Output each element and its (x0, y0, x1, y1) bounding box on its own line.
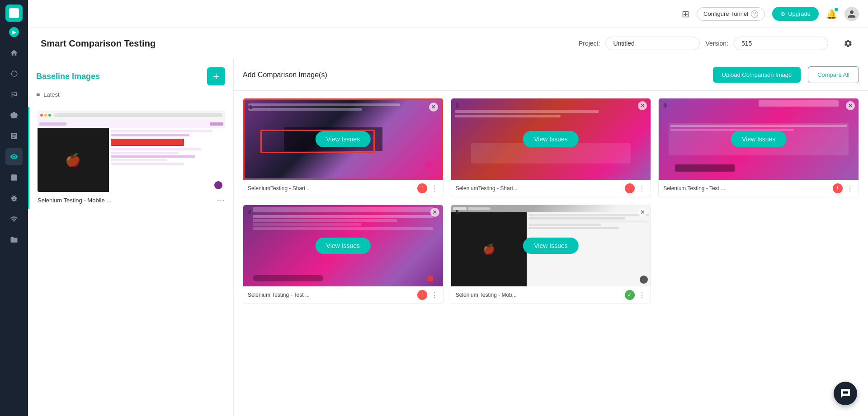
card-2-num: 2 (456, 102, 459, 109)
comparison-card-1: 1 × View Issues (243, 98, 443, 197)
comparison-thumb-4[interactable]: 4 × (243, 205, 443, 286)
sidebar-item-files[interactable] (5, 231, 23, 248)
left-panel-header: Baseline Images + (28, 59, 233, 91)
view-issues-btn-4[interactable]: View Issues (316, 238, 371, 254)
card-4-num: 4 (248, 209, 251, 215)
view-issues-btn-3[interactable]: View Issues (731, 131, 786, 147)
card-3-num: 3 (663, 102, 666, 109)
sidebar-item-logs[interactable] (5, 127, 23, 145)
right-panel: Add Comparison Image(s) Upload Compariso… (234, 59, 868, 416)
logo-inner (9, 8, 19, 18)
card-2-name: SeleniumTesting - Shari... (456, 185, 622, 192)
card-2-status: ! (625, 183, 635, 193)
sidebar-item-bugs[interactable] (5, 190, 23, 207)
card-5-status: ✓ (625, 290, 635, 300)
view-issues-btn-1[interactable]: View Issues (316, 131, 371, 147)
sidebar: ▶ (0, 0, 28, 416)
filter-label: Latest (43, 91, 59, 98)
filter-icon: ≡ (36, 91, 40, 98)
card-2-more[interactable]: ⋮ (638, 184, 646, 193)
comparison-thumb-2[interactable]: 2 × View Issues (451, 98, 651, 180)
chat-button[interactable] (834, 382, 857, 405)
card-1-name: SeleniumTesting - Shari... (248, 185, 414, 192)
version-input[interactable] (734, 37, 828, 50)
card-1-footer: SeleniumTesting - Shari... ! ⋮ (243, 180, 443, 197)
settings-icon[interactable] (841, 36, 855, 51)
panels: Baseline Images + ≡ Latest (28, 59, 868, 416)
card-5-footer: Selenium Testing - Mob... ✓ ⋮ (451, 286, 651, 304)
card-1-more[interactable]: ⋮ (431, 184, 439, 193)
comparison-grid: 1 × View Issues (234, 91, 868, 416)
upload-comparison-button[interactable]: Upload Comparison Image (713, 67, 801, 83)
card-5-num: 5 (456, 209, 459, 215)
configure-tunnel-label: Configure Tunnel (703, 10, 748, 17)
upgrade-label: Upgrade (788, 10, 811, 17)
card-3-name: Selenium Testing - Test ... (663, 185, 829, 192)
upgrade-button[interactable]: ⊕ Upgrade (772, 7, 819, 21)
user-avatar[interactable] (844, 7, 859, 21)
baseline-thumbnail: 🍎 (38, 111, 225, 192)
view-issues-btn-2[interactable]: View Issues (523, 131, 578, 147)
project-label: Project: (579, 40, 600, 47)
sidebar-item-visual[interactable] (5, 148, 23, 165)
sidebar-item-network[interactable] (5, 210, 23, 228)
comparison-thumb-1[interactable]: 1 × View Issues (243, 98, 443, 180)
comparison-card-2: 2 × View Issues SeleniumTesting - Shari.… (451, 98, 651, 197)
configure-tunnel-button[interactable]: Configure Tunnel ? (697, 7, 765, 21)
card-3-more[interactable]: ⋮ (846, 184, 854, 193)
compare-all-button[interactable]: Compare All (808, 66, 859, 83)
notifications[interactable]: 🔔 (826, 9, 837, 19)
card-5-name: Selenium Testing - Mob... (456, 292, 622, 298)
upgrade-icon: ⊕ (780, 10, 785, 17)
card-3-status: ! (833, 183, 843, 193)
project-section: Project: Version: (579, 36, 855, 51)
card-4-close[interactable]: × (430, 208, 439, 217)
page-title: Smart Comparison Testing (41, 38, 579, 49)
filter-row: ≡ Latest (28, 91, 233, 103)
card-1-status: ! (417, 183, 427, 193)
baseline-item-footer: Selenium Testing - Mobile ... ··· (38, 196, 225, 205)
version-label: Version: (705, 40, 728, 47)
card-4-status: ! (417, 290, 427, 300)
topbar: ⊞ Configure Tunnel ? ⊕ Upgrade 🔔 (28, 0, 868, 28)
app-logo[interactable] (5, 5, 23, 22)
card-3-close[interactable]: × (846, 101, 855, 110)
left-panel: Baseline Images + ≡ Latest (28, 59, 234, 416)
project-input[interactable] (605, 37, 700, 50)
baseline-title: Baseline Images (36, 72, 100, 81)
card-5-more[interactable]: ⋮ (638, 291, 646, 299)
card-2-footer: SeleniumTesting - Shari... ! ⋮ (451, 180, 651, 197)
card-1-close[interactable]: × (429, 103, 438, 112)
comparison-thumb-5[interactable]: 5 × 🍎 (451, 205, 651, 286)
sidebar-item-automation[interactable] (5, 107, 23, 124)
sidebar-item-tests[interactable] (5, 86, 23, 103)
card-1-num: 1 (249, 103, 252, 110)
notification-badge (835, 8, 838, 11)
main-area: ⊞ Configure Tunnel ? ⊕ Upgrade 🔔 Smart C… (28, 0, 868, 416)
comparison-card-4: 4 × (243, 205, 443, 304)
comparison-card-3: 3 × View Issues (658, 98, 859, 197)
card-4-name: Selenium Testing - Test ... (248, 292, 414, 298)
grid-icon[interactable]: ⊞ (682, 9, 689, 19)
sidebar-item-packages[interactable] (5, 169, 23, 186)
comparison-card-5: 5 × 🍎 (451, 205, 651, 304)
comparison-header: Add Comparison Image(s) Upload Compariso… (234, 59, 868, 91)
card-3-footer: Selenium Testing - Test ... ! ⋮ (659, 180, 859, 197)
baseline-item[interactable]: 🍎 (28, 107, 233, 209)
comparison-thumb-3[interactable]: 3 × View Issues (659, 98, 859, 180)
baseline-list: 🍎 (28, 103, 233, 416)
baseline-item-name: Selenium Testing - Mobile ... (38, 197, 111, 204)
comparison-title: Add Comparison Image(s) (243, 71, 706, 79)
view-issues-btn-5[interactable]: View Issues (523, 238, 578, 254)
content-area: Smart Comparison Testing Project: Versio… (28, 28, 868, 416)
sidebar-item-home[interactable] (5, 44, 23, 61)
help-icon: ? (751, 10, 758, 18)
add-baseline-button[interactable]: + (207, 67, 225, 85)
page-header: Smart Comparison Testing Project: Versio… (28, 28, 868, 59)
card-4-more[interactable]: ⋮ (431, 291, 439, 299)
card-4-footer: Selenium Testing - Test ... ! ⋮ (243, 286, 443, 304)
baseline-more-button[interactable]: ··· (217, 196, 225, 205)
sidebar-item-history[interactable] (5, 65, 23, 82)
sidebar-toggle[interactable]: ▶ (9, 27, 19, 37)
